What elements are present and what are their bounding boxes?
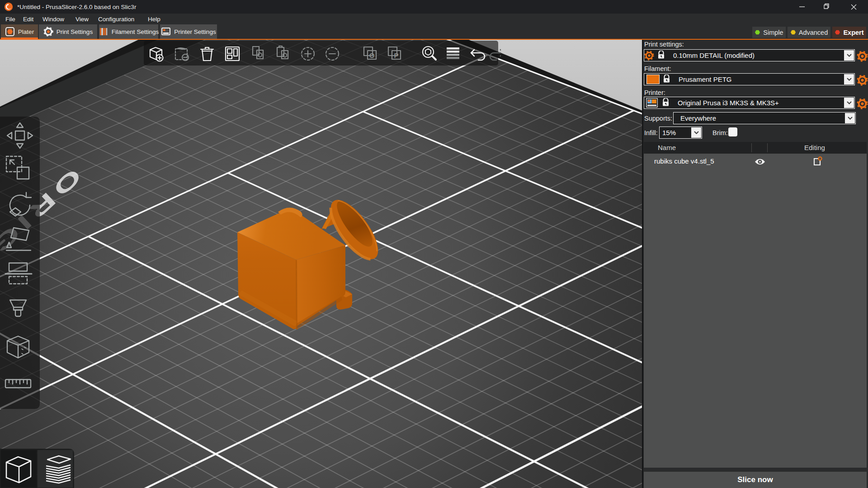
svg-text:O: O	[369, 52, 375, 59]
svg-text:P: P	[394, 52, 398, 59]
